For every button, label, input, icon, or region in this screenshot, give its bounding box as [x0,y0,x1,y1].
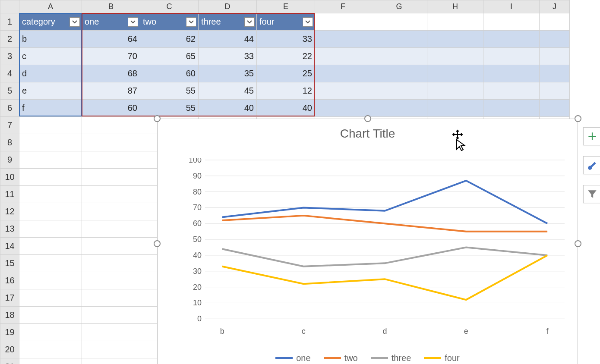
cell-C4[interactable]: 60 [140,65,199,82]
filter-dropdown-icon[interactable] [128,17,138,27]
cell-E4[interactable]: 25 [257,65,315,82]
cell-A17[interactable] [19,289,82,307]
row-header-14[interactable]: 14 [0,238,19,255]
cell-B19[interactable] [82,324,140,341]
cell-B16[interactable] [82,272,140,289]
cell-H2[interactable] [427,31,483,48]
cell-J5[interactable] [540,82,570,100]
cell-F3[interactable] [315,48,371,65]
select-all-corner[interactable] [0,0,19,13]
resize-handle-tr[interactable] [575,115,581,122]
resize-handle-tl[interactable] [154,115,161,122]
chart-styles-button[interactable] [583,156,600,174]
cell-D2[interactable]: 44 [199,31,257,48]
cell-A15[interactable] [19,255,82,272]
cell-B2[interactable]: 64 [82,31,140,48]
cell-G2[interactable] [371,31,427,48]
filter-dropdown-icon[interactable] [186,17,196,27]
cell-A11[interactable] [19,186,82,203]
cell-B13[interactable] [82,220,140,238]
cell-B14[interactable] [82,238,140,255]
cell-I2[interactable] [483,31,540,48]
col-header-E[interactable]: E [257,0,315,13]
row-header-12[interactable]: 12 [0,203,19,220]
legend-item-four[interactable]: four [424,353,459,363]
resize-handle-ml[interactable] [154,240,161,247]
cell-A8[interactable] [19,134,82,151]
col-header-G[interactable]: G [371,0,427,13]
row-header-11[interactable]: 11 [0,186,19,203]
cell-A18[interactable] [19,307,82,324]
cell-B9[interactable] [82,151,140,169]
cell-I3[interactable] [483,48,540,65]
cell-A7[interactable] [19,117,82,134]
embedded-chart[interactable]: Chart Title 0102030405060708090100bcdef … [157,119,578,364]
row-header-8[interactable]: 8 [0,134,19,151]
cell-J3[interactable] [540,48,570,65]
col-header-I[interactable]: I [483,0,540,13]
cell-B5[interactable]: 87 [82,82,140,100]
cell-F2[interactable] [315,31,371,48]
cell-B3[interactable]: 70 [82,48,140,65]
legend-item-three[interactable]: three [371,353,411,363]
row-header-9[interactable]: 9 [0,151,19,169]
cell-J1[interactable] [540,13,570,31]
col-header-A[interactable]: A [19,0,82,13]
cell-B7[interactable] [82,117,140,134]
col-header-B[interactable]: B [82,0,140,13]
cell-B18[interactable] [82,307,140,324]
cell-D3[interactable]: 33 [199,48,257,65]
cell-D1[interactable]: three [199,13,257,31]
cell-B6[interactable]: 60 [82,100,140,117]
cell-B11[interactable] [82,186,140,203]
cell-A12[interactable] [19,203,82,220]
cell-C6[interactable]: 55 [140,100,199,117]
filter-dropdown-icon[interactable] [69,17,80,27]
cell-I6[interactable] [483,100,540,117]
cell-A10[interactable] [19,169,82,186]
cell-D6[interactable]: 40 [199,100,257,117]
cell-G4[interactable] [371,65,427,82]
cell-E5[interactable]: 12 [257,82,315,100]
cell-B12[interactable] [82,203,140,220]
chart-title[interactable]: Chart Title [158,127,578,141]
cell-I5[interactable] [483,82,540,100]
cell-H6[interactable] [427,100,483,117]
cell-I1[interactable] [483,13,540,31]
chart-filters-button[interactable] [583,185,600,203]
cell-E3[interactable]: 22 [257,48,315,65]
filter-dropdown-icon[interactable] [244,17,255,27]
cell-G5[interactable] [371,82,427,100]
cell-B8[interactable] [82,134,140,151]
series-three[interactable] [222,248,547,267]
col-header-F[interactable]: F [315,0,371,13]
row-header-19[interactable]: 19 [0,324,19,341]
chart-legend[interactable]: onetwothreefour [158,353,578,363]
chart-elements-button[interactable] [583,127,600,145]
cell-J6[interactable] [540,100,570,117]
chart-plot-area[interactable]: 0102030405060708090100bcdef [183,158,569,342]
row-header-7[interactable]: 7 [0,117,19,134]
cell-A21[interactable] [19,358,82,364]
cell-A5[interactable]: e [19,82,82,100]
cell-C2[interactable]: 62 [140,31,199,48]
cell-G3[interactable] [371,48,427,65]
row-header-20[interactable]: 20 [0,341,19,358]
filter-dropdown-icon[interactable] [303,17,313,27]
cell-A3[interactable]: c [19,48,82,65]
cell-H1[interactable] [427,13,483,31]
cell-E6[interactable]: 40 [257,100,315,117]
col-header-H[interactable]: H [427,0,483,13]
cell-F1[interactable] [315,13,371,31]
cell-A9[interactable] [19,151,82,169]
row-header-13[interactable]: 13 [0,220,19,238]
col-header-D[interactable]: D [199,0,257,13]
cell-D5[interactable]: 45 [199,82,257,100]
col-header-J[interactable]: J [540,0,570,13]
cell-E1[interactable]: four [257,13,315,31]
cell-B10[interactable] [82,169,140,186]
resize-handle-mr[interactable] [575,240,581,247]
resize-handle-tm[interactable] [364,115,371,122]
cell-F4[interactable] [315,65,371,82]
cell-B1[interactable]: one [82,13,140,31]
